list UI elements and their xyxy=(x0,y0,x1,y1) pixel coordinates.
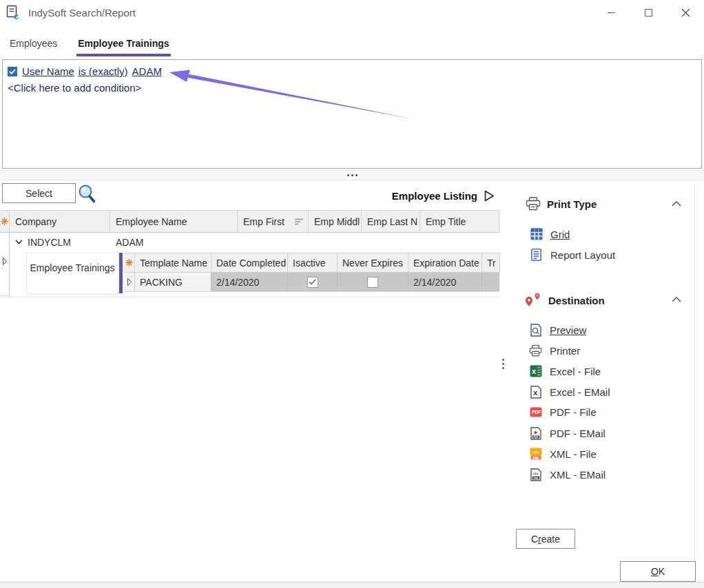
search-magnifier-icon[interactable] xyxy=(77,183,96,207)
tab-employee-trainings[interactable]: Employee Trainings xyxy=(76,38,170,56)
window-controls xyxy=(592,0,704,25)
print-type-report-layout-option[interactable]: Report Layout xyxy=(530,249,615,261)
column-header-tr[interactable]: Tr xyxy=(482,253,499,272)
emp-middl-cell[interactable] xyxy=(309,233,362,251)
window-bottom-edge xyxy=(0,582,704,588)
grid-icon xyxy=(530,228,543,240)
condition-operator-link[interactable]: is (exactly) xyxy=(79,65,128,77)
row-arrow-icon xyxy=(127,278,132,286)
collapse-chevron-icon[interactable] xyxy=(15,240,23,244)
svg-text:PDF: PDF xyxy=(532,410,541,414)
emp-first-cell[interactable] xyxy=(238,233,309,251)
preview-icon xyxy=(529,324,542,337)
print-type-collapse-icon[interactable] xyxy=(672,201,681,207)
template-name-cell[interactable]: PACKING xyxy=(135,273,211,291)
condition-row: User Name is (exactly) ADAM xyxy=(8,65,166,77)
column-header-date-completed[interactable]: Date Completed xyxy=(211,253,288,272)
printer-icon xyxy=(529,344,542,357)
maximize-button[interactable] xyxy=(630,0,667,25)
destination-collapse-icon[interactable] xyxy=(672,297,681,302)
print-type-grid-option[interactable]: Grid xyxy=(530,228,570,240)
column-header-isactive[interactable]: Isactive xyxy=(288,253,338,272)
column-header-never-expires[interactable]: Never Expires xyxy=(338,253,408,272)
employee-grid: Company Employee Name Emp First Emp Midd… xyxy=(0,210,500,251)
emp-last-cell[interactable] xyxy=(362,233,420,251)
emp-title-cell[interactable] xyxy=(420,233,499,251)
print-type-header[interactable]: Print Type xyxy=(526,197,597,211)
tab-employees[interactable]: Employees xyxy=(8,38,59,56)
minimize-icon xyxy=(608,12,615,13)
close-icon xyxy=(681,8,690,17)
tr-cell[interactable] xyxy=(482,273,499,291)
svg-text:X: X xyxy=(533,389,538,397)
destination-xml-email[interactable]: </> XML XML - EMail xyxy=(529,468,605,481)
date-completed-cell[interactable]: 2/14/2020 xyxy=(211,273,288,291)
pdf-email-icon: PDF xyxy=(529,427,542,440)
run-listing-icon[interactable] xyxy=(484,190,495,202)
destination-preview[interactable]: Preview xyxy=(529,324,586,337)
select-button[interactable]: Select xyxy=(2,183,76,203)
condition-panel: User Name is (exactly) ADAM <Click here … xyxy=(2,59,702,169)
horizontal-splitter[interactable] xyxy=(0,170,704,180)
condition-field-link[interactable]: User Name xyxy=(22,65,74,77)
employee-row[interactable]: INDYCLM ADAM xyxy=(0,233,500,251)
trainings-grid: Template Name Date Completed Isactive Ne… xyxy=(124,253,500,292)
training-row[interactable]: PACKING 2/14/2020 2/14/2020 xyxy=(124,273,500,292)
column-header-company[interactable]: Company xyxy=(10,211,110,232)
destination-excel-email[interactable]: X Excel - EMail xyxy=(529,386,610,399)
add-condition-link[interactable]: <Click here to add condition> xyxy=(8,82,141,94)
isactive-checkbox[interactable] xyxy=(307,277,318,288)
vertical-splitter[interactable] xyxy=(502,359,504,369)
condition-value-link[interactable]: ADAM xyxy=(132,65,162,77)
trainings-detail-section: Employee Trainings Template Name Date Co… xyxy=(0,251,500,297)
destination-excel-file[interactable]: x Excel - File xyxy=(529,365,601,377)
excel-file-icon: x xyxy=(529,365,542,377)
column-header-emp-middl[interactable]: Emp Middl xyxy=(309,211,362,232)
destination-pins-icon xyxy=(524,293,542,308)
splitter-dots-icon xyxy=(347,174,358,176)
column-header-expiration-date[interactable]: Expiration Date xyxy=(408,253,482,272)
svg-text:</>: </> xyxy=(532,450,539,454)
column-header-employee-name[interactable]: Employee Name xyxy=(110,211,238,232)
svg-text:PDF: PDF xyxy=(533,436,539,439)
listing-title: Employee Listing xyxy=(392,190,477,202)
destination-header[interactable]: Destination xyxy=(524,293,605,308)
column-header-emp-title[interactable]: Emp Title xyxy=(420,211,499,232)
column-header-template-name[interactable]: Template Name xyxy=(135,253,211,272)
never-expires-cell[interactable] xyxy=(338,273,408,291)
app-icon: c xyxy=(6,5,21,20)
destination-xml-file[interactable]: </> XML XML - File xyxy=(529,448,597,460)
destination-printer[interactable]: Printer xyxy=(529,344,580,357)
create-button[interactable]: Create xyxy=(516,529,575,549)
grid-asterisk-icon xyxy=(0,211,10,232)
titlebar: c IndySoft Search/Report xyxy=(0,0,704,25)
destination-pdf-file[interactable]: PDF PDF - File xyxy=(529,406,597,418)
detail-caption: Employee Trainings xyxy=(26,253,118,295)
condition-checkbox[interactable] xyxy=(8,67,17,76)
employee-name-cell[interactable]: ADAM xyxy=(110,233,238,251)
column-header-emp-last[interactable]: Emp Last N xyxy=(362,211,420,232)
ok-button[interactable]: OK xyxy=(620,561,696,582)
listing-header: Employee Listing xyxy=(276,190,495,202)
svg-text:x: x xyxy=(532,367,537,375)
xml-file-icon: </> XML xyxy=(529,448,542,460)
window-title: IndySoft Search/Report xyxy=(28,7,136,19)
minimize-button[interactable] xyxy=(592,0,630,25)
expiration-date-cell[interactable]: 2/14/2020 xyxy=(408,273,482,291)
detail-accent-bar xyxy=(119,253,123,293)
row-arrow-icon xyxy=(3,258,7,265)
company-cell[interactable]: INDYCLM xyxy=(10,233,110,251)
excel-email-icon: X xyxy=(529,386,542,399)
isactive-cell[interactable] xyxy=(288,273,338,291)
pdf-file-icon: PDF xyxy=(529,407,542,417)
tab-strip: Employees Employee Trainings xyxy=(8,38,171,56)
row-indicator-cell xyxy=(0,233,10,251)
never-expires-checkbox[interactable] xyxy=(367,277,378,288)
svg-text:XML: XML xyxy=(533,477,539,480)
destination-pdf-email[interactable]: PDF PDF - EMail xyxy=(529,427,605,440)
close-button[interactable] xyxy=(667,0,704,25)
sort-ascending-icon xyxy=(295,216,304,227)
column-header-emp-first[interactable]: Emp First xyxy=(238,211,309,232)
printer-icon xyxy=(526,197,541,211)
report-layout-icon xyxy=(530,249,543,261)
